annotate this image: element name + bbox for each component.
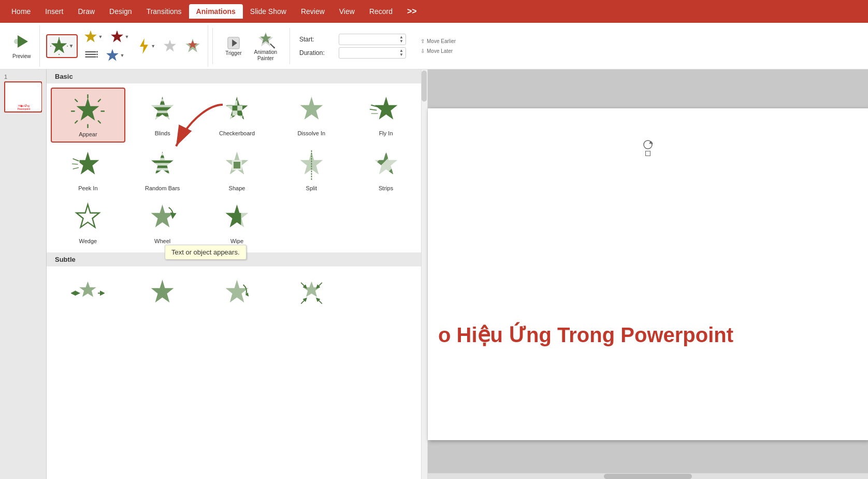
start-input[interactable]: ▲ ▼ bbox=[339, 34, 406, 45]
wheel-icon bbox=[144, 200, 181, 236]
scrollbar-thumb[interactable] bbox=[422, 71, 427, 102]
peek-in-icon bbox=[70, 147, 106, 183]
main-layout: 1 Hiệu ỨngPowerpoint Basic bbox=[0, 69, 868, 479]
svg-marker-2 bbox=[51, 38, 66, 52]
split-animation-item[interactable]: Split bbox=[274, 143, 349, 195]
svg-marker-100 bbox=[226, 279, 249, 302]
basic-section-header: Basic bbox=[47, 69, 427, 83]
trigger-button[interactable]: Trigger bbox=[221, 34, 245, 58]
svg-point-12 bbox=[97, 51, 98, 52]
svg-marker-15 bbox=[107, 49, 119, 61]
wipe-label: Wipe bbox=[230, 238, 243, 244]
horizontal-scroll-thumb[interactable] bbox=[604, 474, 692, 479]
scrollbar-track[interactable] bbox=[421, 69, 427, 479]
strips-label: Strips bbox=[379, 185, 393, 191]
tab-review[interactable]: Review bbox=[294, 4, 332, 19]
start-down-arrow[interactable]: ▼ bbox=[399, 39, 403, 44]
svg-rect-48 bbox=[237, 100, 242, 105]
svg-line-32 bbox=[76, 121, 78, 123]
subtle-3-icon bbox=[219, 275, 255, 311]
start-spinner[interactable]: ▲ ▼ bbox=[399, 35, 403, 44]
subtle-4-animation-item[interactable] bbox=[274, 271, 349, 317]
ribbon-tab-bar: Home Insert Draw Design Transitions Anim… bbox=[0, 0, 868, 23]
tab-design[interactable]: Design bbox=[102, 4, 139, 19]
svg-line-24 bbox=[270, 44, 274, 47]
preview-icon bbox=[13, 33, 30, 53]
svg-line-106 bbox=[317, 299, 322, 303]
combo-star-animation[interactable] bbox=[182, 36, 204, 56]
red-arrow-annotation bbox=[171, 100, 233, 164]
wheel-animation-item[interactable]: Wheel bbox=[125, 195, 200, 248]
animation-painter-button[interactable]: AnimationPainter bbox=[250, 29, 281, 64]
lines-animation[interactable] bbox=[81, 47, 100, 64]
svg-rect-58 bbox=[237, 120, 242, 125]
subtle-1-animation-item[interactable] bbox=[51, 271, 125, 317]
strips-animation-item[interactable]: Strips bbox=[349, 143, 423, 195]
slide-panel: 1 Hiệu ỨngPowerpoint bbox=[0, 69, 47, 479]
peek-in-animation-item[interactable]: Peek In bbox=[51, 143, 125, 195]
move-earlier-button[interactable]: ⇧ Move Earlier bbox=[417, 37, 459, 46]
basic-animations-grid: Appear bbox=[47, 83, 427, 252]
blue-star-animation[interactable]: ▼ bbox=[103, 47, 127, 64]
wedge-animation-item[interactable]: Wedge bbox=[51, 195, 125, 248]
wipe-animation-item[interactable]: Wipe bbox=[200, 195, 274, 248]
subtle-3-animation-item[interactable] bbox=[200, 271, 274, 317]
duration-down-arrow[interactable]: ▼ bbox=[399, 53, 403, 57]
tab-transitions[interactable]: Transitions bbox=[139, 4, 189, 19]
svg-rect-50 bbox=[233, 105, 238, 110]
svg-rect-55 bbox=[233, 116, 238, 121]
fly-in-animation-item[interactable]: Fly In bbox=[349, 88, 423, 143]
duration-spinner[interactable]: ▲ ▼ bbox=[399, 49, 403, 57]
svg-marker-94 bbox=[80, 281, 97, 297]
strips-icon bbox=[368, 147, 404, 183]
wipe-icon bbox=[219, 200, 255, 236]
move-later-button[interactable]: ⇩ Move Later bbox=[417, 47, 459, 55]
tab-animations[interactable]: Animations bbox=[189, 4, 243, 19]
svg-line-87 bbox=[394, 173, 402, 181]
duration-input[interactable]: ▲ ▼ bbox=[339, 47, 406, 59]
subtle-2-animation-item[interactable] bbox=[125, 271, 200, 317]
svg-marker-26 bbox=[77, 97, 99, 120]
animation-buttons-group: ▼ ▼ ▼ bbox=[42, 25, 209, 67]
svg-line-66 bbox=[73, 159, 79, 161]
svg-line-67 bbox=[73, 164, 78, 164]
slide-thumbnail[interactable]: Hiệu ỨngPowerpoint bbox=[4, 81, 42, 112]
dissolve-in-animation-item[interactable]: Dissolve In bbox=[274, 88, 349, 143]
tab-view[interactable]: View bbox=[332, 4, 362, 19]
svg-point-14 bbox=[97, 56, 98, 58]
fly-in-icon bbox=[368, 92, 404, 128]
shape-label: Shape bbox=[229, 185, 245, 191]
svg-line-34 bbox=[76, 99, 78, 101]
horizontal-scrollbar[interactable] bbox=[428, 473, 868, 479]
rotate-handle[interactable] bbox=[643, 139, 653, 152]
tab-draw[interactable]: Draw bbox=[70, 4, 102, 19]
slide-thumb-inner: Hiệu ỨngPowerpoint bbox=[6, 83, 41, 110]
svg-line-28 bbox=[98, 99, 100, 101]
subtle-1-icon bbox=[70, 275, 106, 311]
svg-marker-93 bbox=[226, 204, 249, 227]
svg-line-84 bbox=[369, 148, 378, 157]
tab-more[interactable]: >> bbox=[400, 4, 424, 19]
tab-record[interactable]: Record bbox=[362, 4, 400, 19]
svg-point-25 bbox=[273, 47, 275, 48]
svg-marker-8 bbox=[111, 30, 124, 42]
svg-line-30 bbox=[98, 121, 100, 123]
tab-insert[interactable]: Insert bbox=[38, 4, 70, 19]
split-icon bbox=[293, 147, 329, 183]
selected-animation-button[interactable]: ▼ bbox=[46, 34, 78, 58]
selection-handle-top[interactable] bbox=[645, 151, 650, 156]
yellow-star-animation[interactable]: ▼ bbox=[81, 28, 105, 46]
svg-marker-88 bbox=[77, 204, 99, 227]
svg-point-1 bbox=[14, 39, 19, 44]
preview-button[interactable]: Preview bbox=[9, 31, 34, 61]
appear-animation-item[interactable]: Appear bbox=[51, 88, 125, 143]
tab-home[interactable]: Home bbox=[4, 4, 38, 19]
maroon-star-animation[interactable]: ▼ bbox=[107, 28, 132, 46]
svg-marker-101 bbox=[245, 292, 249, 296]
lightning-animation[interactable]: ▼ bbox=[135, 36, 158, 56]
svg-rect-46 bbox=[242, 95, 248, 101]
svg-line-104 bbox=[317, 283, 322, 287]
move-later-icon: ⇩ bbox=[421, 48, 425, 54]
subtle-star-animation[interactable] bbox=[160, 37, 180, 55]
tab-slideshow[interactable]: Slide Show bbox=[243, 4, 294, 19]
